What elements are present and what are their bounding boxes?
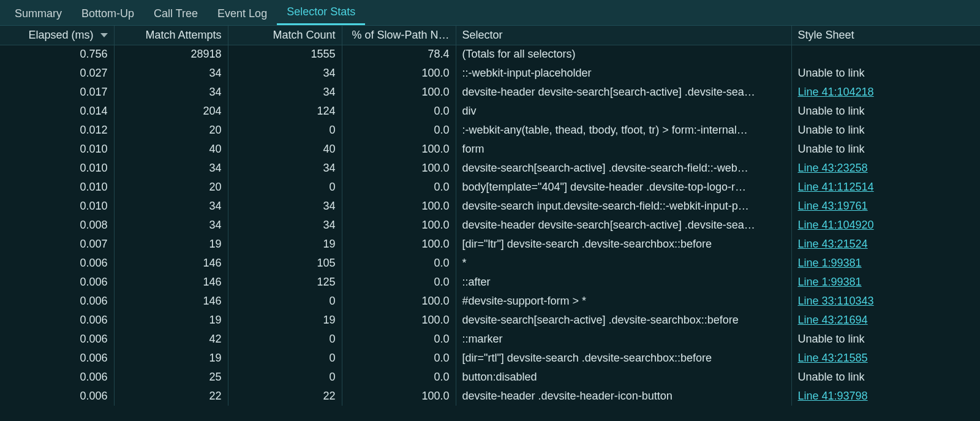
cell-sheet	[791, 45, 980, 64]
cell-count: 19	[228, 235, 342, 254]
cell-selector: body[template="404"] devsite-header .dev…	[456, 178, 791, 197]
cell-count: 0	[228, 121, 342, 140]
cell-sheet[interactable]: Line 43:21585	[791, 349, 980, 368]
cell-pct: 0.0	[342, 102, 456, 121]
table-row[interactable]: 0.75628918155578.4(Totals for all select…	[0, 45, 980, 64]
table-row[interactable]: 0.0061461250.0::afterLine 1:99381	[0, 273, 980, 292]
cell-selector: ::-webkit-input-placeholder	[456, 64, 791, 83]
cell-elapsed: 0.006	[0, 273, 114, 292]
table-header-row: Elapsed (ms) Match Attempts Match Count …	[0, 26, 980, 45]
sort-desc-icon	[100, 33, 108, 37]
table-row[interactable]: 0.0273434100.0::-webkit-input-placeholde…	[0, 64, 980, 83]
tab-call-tree[interactable]: Call Tree	[144, 1, 208, 25]
table-row[interactable]: 0.0103434100.0devsite-search input.devsi…	[0, 197, 980, 216]
table-row[interactable]: 0.0061460100.0#devsite-support-form > *L…	[0, 292, 980, 311]
table-row[interactable]: 0.0083434100.0devsite-header devsite-sea…	[0, 216, 980, 235]
cell-pct: 0.0	[342, 349, 456, 368]
details-tabbar: Summary Bottom-Up Call Tree Event Log Se…	[0, 0, 980, 26]
cell-sheet[interactable]: Line 1:99381	[791, 254, 980, 273]
cell-elapsed: 0.006	[0, 330, 114, 349]
cell-count: 0	[228, 368, 342, 387]
table-row[interactable]: 0.0142041240.0divUnable to link	[0, 102, 980, 121]
cell-count: 34	[228, 159, 342, 178]
tab-event-log[interactable]: Event Log	[208, 1, 277, 25]
cell-sheet[interactable]: Line 43:21694	[791, 311, 980, 330]
cell-attempts: 28918	[114, 45, 228, 64]
cell-attempts: 19	[114, 235, 228, 254]
cell-pct: 100.0	[342, 64, 456, 83]
tab-summary[interactable]: Summary	[5, 1, 72, 25]
cell-elapsed: 0.010	[0, 159, 114, 178]
cell-count: 124	[228, 102, 342, 121]
table-row[interactable]: 0.0064200.0::markerUnable to link	[0, 330, 980, 349]
cell-attempts: 22	[114, 387, 228, 406]
table-row[interactable]: 0.0173434100.0devsite-header devsite-sea…	[0, 83, 980, 102]
cell-count: 40	[228, 140, 342, 159]
stylesheet-link[interactable]: Line 43:19761	[798, 200, 868, 212]
cell-elapsed: 0.006	[0, 368, 114, 387]
cell-selector: *	[456, 254, 791, 273]
table-row[interactable]: 0.0062222100.0devsite-header .devsite-he…	[0, 387, 980, 406]
cell-sheet[interactable]: Line 41:93798	[791, 387, 980, 406]
cell-sheet[interactable]: Line 41:104218	[791, 83, 980, 102]
tab-selector-stats[interactable]: Selector Stats	[277, 0, 365, 25]
cell-pct: 100.0	[342, 235, 456, 254]
col-elapsed-label: Elapsed (ms)	[28, 29, 93, 41]
cell-count: 34	[228, 216, 342, 235]
table-row[interactable]: 0.0061900.0[dir="rtl"] devsite-search .d…	[0, 349, 980, 368]
cell-selector: devsite-header devsite-search[search-act…	[456, 216, 791, 235]
table-row[interactable]: 0.0103434100.0devsite-search[search-acti…	[0, 159, 980, 178]
stylesheet-link[interactable]: Line 41:104218	[798, 86, 874, 98]
stylesheet-link[interactable]: Line 43:23258	[798, 162, 868, 174]
stylesheet-link[interactable]: Line 43:21694	[798, 314, 868, 326]
cell-sheet: Unable to link	[791, 330, 980, 349]
stylesheet-link[interactable]: Line 43:21585	[798, 352, 868, 364]
cell-sheet[interactable]: Line 43:21524	[791, 235, 980, 254]
tab-bottom-up[interactable]: Bottom-Up	[72, 1, 144, 25]
cell-attempts: 40	[114, 140, 228, 159]
cell-elapsed: 0.017	[0, 83, 114, 102]
cell-selector: ::after	[456, 273, 791, 292]
table-row[interactable]: 0.0061919100.0devsite-search[search-acti…	[0, 311, 980, 330]
stylesheet-link[interactable]: Line 33:110343	[798, 295, 874, 307]
cell-sheet: Unable to link	[791, 368, 980, 387]
table-row[interactable]: 0.0122000.0:-webkit-any(table, thead, tb…	[0, 121, 980, 140]
col-style-sheet[interactable]: Style Sheet	[791, 26, 980, 45]
cell-sheet: Unable to link	[791, 140, 980, 159]
table-row[interactable]: 0.0071919100.0[dir="ltr"] devsite-search…	[0, 235, 980, 254]
col-match-count[interactable]: Match Count	[228, 26, 342, 45]
table-row[interactable]: 0.0062500.0button:disabledUnable to link	[0, 368, 980, 387]
cell-count: 1555	[228, 45, 342, 64]
cell-count: 34	[228, 197, 342, 216]
cell-sheet[interactable]: Line 33:110343	[791, 292, 980, 311]
stylesheet-link[interactable]: Line 41:93798	[798, 390, 868, 402]
stylesheet-link[interactable]: Line 41:112514	[798, 181, 874, 193]
cell-pct: 0.0	[342, 330, 456, 349]
cell-selector: [dir="rtl"] devsite-search .devsite-sear…	[456, 349, 791, 368]
stylesheet-link[interactable]: Line 1:99381	[798, 257, 862, 269]
cell-pct: 78.4	[342, 45, 456, 64]
cell-attempts: 20	[114, 121, 228, 140]
cell-elapsed: 0.010	[0, 197, 114, 216]
table-row[interactable]: 0.0104040100.0formUnable to link	[0, 140, 980, 159]
col-selector[interactable]: Selector	[456, 26, 791, 45]
col-elapsed[interactable]: Elapsed (ms)	[0, 26, 114, 45]
stylesheet-link[interactable]: Line 1:99381	[798, 276, 862, 288]
cell-sheet[interactable]: Line 1:99381	[791, 273, 980, 292]
table-row[interactable]: 0.0061461050.0*Line 1:99381	[0, 254, 980, 273]
cell-pct: 100.0	[342, 197, 456, 216]
cell-attempts: 25	[114, 368, 228, 387]
cell-sheet[interactable]: Line 43:19761	[791, 197, 980, 216]
cell-pct: 100.0	[342, 387, 456, 406]
cell-sheet[interactable]: Line 43:23258	[791, 159, 980, 178]
stylesheet-link[interactable]: Line 43:21524	[798, 238, 868, 250]
cell-sheet[interactable]: Line 41:112514	[791, 178, 980, 197]
col-match-attempts[interactable]: Match Attempts	[114, 26, 228, 45]
cell-selector: devsite-header .devsite-header-icon-butt…	[456, 387, 791, 406]
cell-count: 34	[228, 83, 342, 102]
cell-sheet[interactable]: Line 41:104920	[791, 216, 980, 235]
table-row[interactable]: 0.0102000.0body[template="404"] devsite-…	[0, 178, 980, 197]
col-slow-path-pct[interactable]: % of Slow-Path N…	[342, 26, 456, 45]
cell-elapsed: 0.010	[0, 178, 114, 197]
stylesheet-link[interactable]: Line 41:104920	[798, 219, 874, 231]
